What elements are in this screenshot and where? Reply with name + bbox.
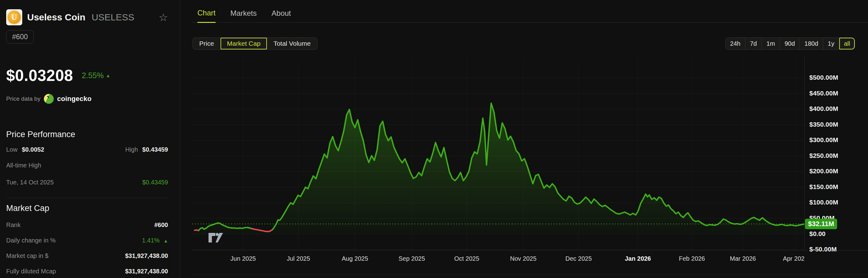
y-axis-tick-label: $150.00M	[809, 183, 838, 191]
up-triangle-icon: ▲	[163, 238, 168, 243]
market-cap-title: Market Cap	[6, 204, 168, 213]
high-label: High	[125, 146, 138, 153]
coin-name: Useless Coin	[27, 12, 85, 23]
x-axis-tick-label: Mar 2026	[721, 255, 765, 262]
x-axis-tick-label: Jan 2026	[616, 255, 659, 262]
table-row-daily-change: Daily change in % 1.41% ▲	[6, 237, 168, 244]
price-change-value: 2.55%	[82, 71, 104, 80]
x-axis-tick-label: Apr 2026	[774, 255, 804, 262]
time-axis[interactable]: Jun 2025Jul 2025Aug 2025Sep 2025Oct 2025…	[192, 251, 804, 267]
x-axis-tick-label: Aug 2025	[333, 255, 376, 262]
coin-logo-icon: U	[6, 9, 22, 25]
coin-symbol: USELESS	[91, 12, 134, 23]
attribution-row[interactable]: Price data by coingecko	[6, 94, 168, 104]
y-axis-tick-label: $400.00M	[809, 105, 838, 113]
market-cap-label: Market cap in $	[6, 252, 49, 259]
main-panel: Chart Markets About Price Market Cap Tot…	[180, 0, 868, 278]
daily-change-number: 1.41%	[142, 237, 160, 244]
x-axis-tick-label: Feb 2026	[670, 255, 714, 262]
rank-badge: #600	[6, 30, 34, 43]
favorite-star-icon[interactable]: ☆	[159, 12, 168, 23]
x-axis-tick-label: Oct 2025	[445, 255, 488, 262]
chart-area-fill	[195, 103, 804, 234]
y-axis-tick-label: $450.00M	[809, 90, 838, 97]
table-row-market-cap: Market cap in $ $31,927,438.00	[6, 252, 168, 259]
fdv-value: $31,927,438.00	[125, 268, 168, 275]
attribution-provider: coingecko	[57, 95, 92, 103]
tradingview-logo[interactable]	[208, 233, 225, 243]
y-axis-tick-label: $200.00M	[809, 167, 838, 175]
low-label: Low	[6, 146, 18, 153]
ath-label-row: All-time High	[6, 162, 168, 169]
coin-header: U Useless Coin USELESS ☆	[6, 9, 168, 25]
x-axis-tick-label: Jun 2025	[221, 255, 265, 262]
price-scale-axis-line	[804, 57, 805, 250]
attribution-prefix: Price data by	[6, 95, 40, 102]
y-axis-tick-label: $0.00	[809, 230, 826, 238]
high-value: $0.43459	[143, 146, 168, 153]
price-performance-title: Price Performance	[6, 130, 168, 139]
ath-value-row: Tue, 14 Oct 2025 $0.43459	[6, 179, 168, 186]
ath-value: $0.43459	[143, 179, 168, 186]
sidebar-divider	[6, 198, 168, 198]
x-axis-tick-label: Jul 2025	[277, 255, 320, 262]
x-axis-tick-label: Dec 2025	[557, 255, 600, 262]
low-value: $0.0052	[22, 146, 44, 153]
x-axis-tick-label: Nov 2025	[502, 255, 545, 262]
y-axis-tick-label: $350.00M	[809, 121, 838, 128]
coingecko-icon	[44, 94, 54, 104]
y-axis-tick-label: $-50.00M	[809, 246, 837, 253]
current-value-badge: $32.11M	[805, 219, 837, 229]
ath-label: All-time High	[6, 162, 41, 169]
chart-region: $500.00M$450.00M$400.00M$350.00M$300.00M…	[180, 0, 868, 278]
daily-change-label: Daily change in %	[6, 237, 56, 244]
y-axis-tick-label: $100.00M	[809, 198, 838, 206]
rank-value: #600	[154, 221, 168, 228]
ath-date: Tue, 14 Oct 2025	[6, 179, 54, 186]
price-change: 2.55% ▲	[82, 71, 111, 80]
current-price: $0.03208	[6, 66, 73, 85]
x-axis-tick-label: Sep 2025	[390, 255, 433, 262]
table-row-fdv: Fully diluted Mcap $31,927,438.00	[6, 268, 168, 275]
rank-label: Rank	[6, 221, 21, 228]
low-high-row: Low $0.0052 High $0.43459	[6, 146, 168, 153]
market-cap-value: $31,927,438.00	[125, 252, 168, 259]
price-row: $0.03208 2.55% ▲	[6, 66, 168, 85]
market-cap-chart[interactable]	[192, 57, 804, 250]
daily-change-value: 1.41% ▲	[142, 237, 168, 244]
up-triangle-icon: ▲	[106, 73, 111, 78]
table-row-rank: Rank #600	[6, 221, 168, 228]
chart-bottom-border	[192, 275, 868, 275]
coin-tracker-app: U Useless Coin USELESS ☆ #600 $0.03208 2…	[0, 0, 868, 278]
fdv-label: Fully diluted Mcap	[6, 268, 56, 275]
y-axis-tick-label: $500.00M	[809, 74, 838, 81]
chart-pane-separator	[192, 250, 868, 250]
y-axis-tick-label: $250.00M	[809, 152, 838, 159]
sidebar: U Useless Coin USELESS ☆ #600 $0.03208 2…	[0, 0, 180, 278]
y-axis-tick-label: $300.00M	[809, 136, 838, 144]
